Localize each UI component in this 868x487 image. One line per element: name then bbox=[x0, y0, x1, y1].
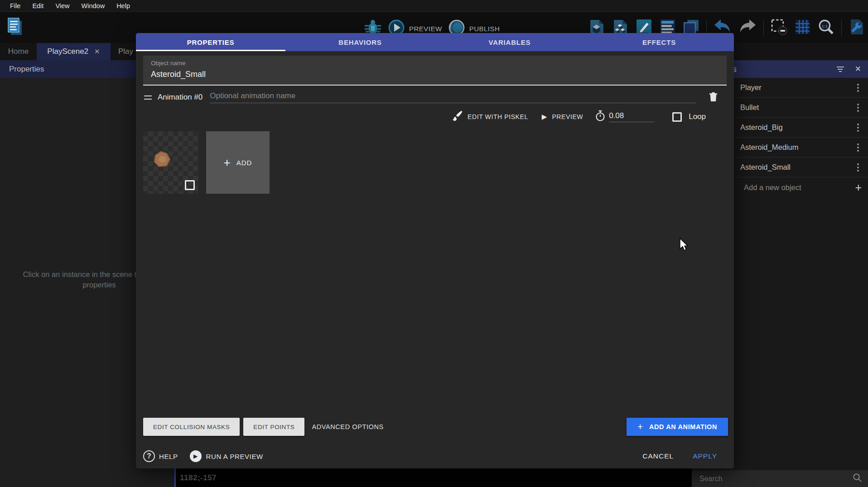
edit-points-button[interactable]: EDIT POINTS bbox=[243, 418, 304, 436]
tab-effects[interactable]: EFFECTS bbox=[584, 33, 734, 51]
object-menu-icon[interactable] bbox=[855, 162, 861, 173]
asteroid-sprite bbox=[152, 150, 173, 169]
preview-label: PREVIEW bbox=[409, 25, 442, 33]
dialog-footer: ? HELP ▶ RUN A PREVIEW CANCEL APPLY bbox=[143, 446, 717, 467]
animation-frames-row: + ADD bbox=[143, 131, 734, 194]
add-frame-button[interactable]: + ADD bbox=[206, 131, 270, 194]
play-icon: ▶ bbox=[542, 113, 547, 121]
close-panel-icon[interactable]: ✕ bbox=[855, 64, 861, 74]
object-name-field: Object name bbox=[143, 56, 727, 86]
plus-icon: + bbox=[637, 421, 643, 432]
object-menu-icon[interactable] bbox=[855, 102, 861, 114]
cursor-coordinates: 1182;-157 bbox=[176, 473, 217, 482]
objects-search-bar bbox=[692, 470, 868, 487]
toolbar-separator bbox=[841, 20, 842, 36]
brush-icon bbox=[452, 110, 463, 124]
object-name-label: Object name bbox=[151, 60, 719, 67]
delete-selection-icon[interactable] bbox=[771, 19, 787, 37]
svg-text:1:1: 1:1 bbox=[822, 24, 828, 29]
edit-with-piskel-button[interactable]: EDIT WITH PISKEL bbox=[468, 113, 528, 120]
help-icon[interactable]: ? bbox=[143, 450, 155, 462]
menu-window[interactable]: Window bbox=[76, 2, 111, 10]
objects-search-input[interactable] bbox=[699, 475, 853, 483]
object-menu-icon[interactable] bbox=[855, 142, 861, 153]
active-tab-underline bbox=[136, 50, 285, 51]
dialog-tab-bar: PROPERTIES BEHAVIORS VARIABLES EFFECTS bbox=[136, 33, 734, 51]
project-manager-icon[interactable] bbox=[5, 17, 24, 39]
drag-handle-icon[interactable] bbox=[144, 95, 152, 100]
menu-edit[interactable]: Edit bbox=[26, 2, 49, 10]
animation-name-field bbox=[210, 91, 696, 103]
object-name-input[interactable] bbox=[151, 70, 719, 79]
apply-button[interactable]: APPLY bbox=[693, 452, 717, 460]
animation-header-row: Animation #0 bbox=[144, 91, 719, 103]
scene-setup-icon[interactable] bbox=[849, 19, 865, 37]
tab-properties[interactable]: PROPERTIES bbox=[136, 33, 285, 51]
grid-icon[interactable] bbox=[794, 19, 811, 37]
frame-thumbnail[interactable] bbox=[143, 131, 198, 194]
advanced-options-button[interactable]: ADVANCED OPTIONS bbox=[312, 423, 383, 430]
loop-checkbox[interactable] bbox=[672, 112, 682, 122]
stopwatch-icon bbox=[595, 110, 606, 124]
tab-variables[interactable]: VARIABLES bbox=[435, 33, 584, 51]
edit-collision-masks-button[interactable]: EDIT COLLISION MASKS bbox=[143, 418, 240, 436]
object-menu-icon[interactable] bbox=[855, 82, 861, 94]
time-between-frames-input[interactable] bbox=[609, 111, 654, 122]
object-editor-dialog: PROPERTIES BEHAVIORS VARIABLES EFFECTS O… bbox=[136, 33, 734, 468]
run-preview-icon[interactable]: ▶ bbox=[190, 450, 202, 462]
tab-behaviors[interactable]: BEHAVIORS bbox=[285, 33, 435, 51]
add-an-animation-button[interactable]: + ADD AN ANIMATION bbox=[627, 418, 728, 436]
menu-file[interactable]: File bbox=[4, 2, 26, 10]
close-tab-icon[interactable]: ✕ bbox=[94, 48, 100, 56]
animation-title: Animation #0 bbox=[158, 93, 203, 102]
scene-canvas[interactable]: 1182;-157 bbox=[174, 468, 692, 487]
loop-label: Loop bbox=[689, 112, 706, 121]
dialog-actions-row: EDIT COLLISION MASKS EDIT POINTS ADVANCE… bbox=[143, 418, 728, 436]
filter-icon[interactable] bbox=[837, 67, 844, 72]
cancel-button[interactable]: CANCEL bbox=[642, 452, 674, 460]
publish-label: PUBLISH bbox=[469, 25, 500, 33]
menu-view[interactable]: View bbox=[49, 2, 75, 10]
plus-icon: + bbox=[224, 156, 231, 170]
animation-name-input[interactable] bbox=[210, 91, 696, 103]
object-menu-icon[interactable] bbox=[855, 122, 861, 134]
run-a-preview-button[interactable]: RUN A PREVIEW bbox=[206, 453, 263, 460]
zoom-1-1-icon[interactable]: 1:1 bbox=[818, 19, 834, 37]
redo-icon[interactable] bbox=[738, 19, 757, 37]
tab-playscene2[interactable]: PlayScene2 ✕ bbox=[37, 43, 111, 60]
help-button[interactable]: HELP bbox=[159, 453, 178, 460]
toolbar-separator bbox=[763, 20, 764, 36]
preview-animation-button[interactable]: PREVIEW bbox=[552, 113, 583, 120]
search-icon bbox=[853, 473, 862, 484]
animation-controls-row: EDIT WITH PISKEL ▶ PREVIEW Loop bbox=[136, 110, 706, 124]
menu-help[interactable]: Help bbox=[111, 2, 136, 10]
tab-home[interactable]: Home bbox=[0, 43, 37, 60]
plus-icon: + bbox=[855, 183, 862, 192]
time-between-frames-field bbox=[609, 111, 654, 122]
frame-select-checkbox[interactable] bbox=[185, 180, 195, 190]
delete-animation-icon[interactable] bbox=[708, 91, 719, 104]
menu-bar: File Edit View Window Help bbox=[0, 0, 868, 12]
